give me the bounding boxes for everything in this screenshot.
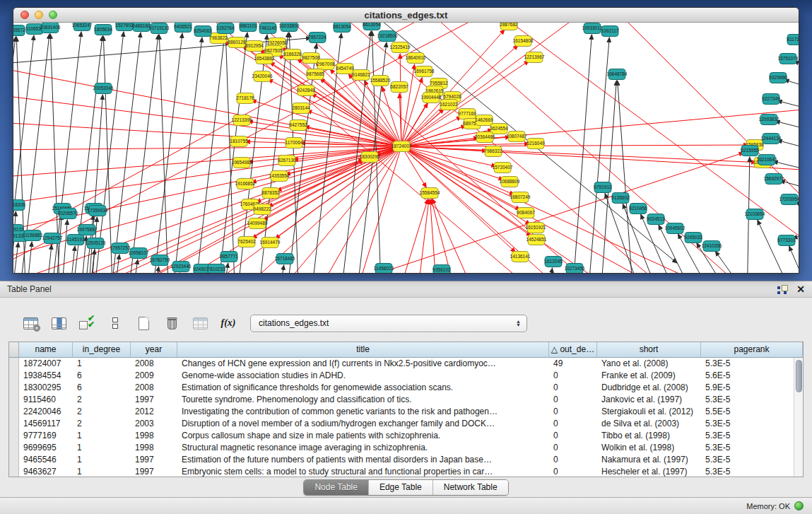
table-cell[interactable]: 2008 (131, 382, 177, 394)
table-cell[interactable]: Estimation of the future numbers of pati… (177, 454, 549, 466)
network-node[interactable]: 9146821 (352, 70, 370, 81)
network-node[interactable]: 9857771 (220, 252, 238, 262)
table-cell[interactable]: Structural magnetic resonance image aver… (177, 442, 549, 454)
network-node[interactable]: 18724007 (392, 141, 412, 152)
column-header[interactable]: short (597, 342, 701, 358)
table-row[interactable]: 977716911998Corpus callosum shape and si… (9, 430, 803, 442)
network-node[interactable]: 12410356 (702, 241, 722, 252)
network-node[interactable]: 6791913 (594, 182, 612, 193)
show-columns-icon[interactable] (49, 315, 68, 332)
column-header[interactable]: name (19, 342, 73, 358)
network-node[interactable]: 14099489 (247, 218, 268, 229)
network-node[interactable]: 10273456 (565, 264, 585, 274)
network-node[interactable]: 6773301 (777, 235, 796, 246)
network-node[interactable]: 8267130 (278, 156, 296, 166)
table-cell[interactable]: 9115460 (19, 394, 73, 406)
network-node[interactable]: 1462669 (475, 115, 493, 126)
network-node[interactable]: 1621022 (440, 100, 458, 110)
network-node[interactable]: 11156883 (23, 230, 42, 241)
network-node[interactable]: 11456023 (374, 264, 394, 274)
network-node[interactable]: 14524851 (526, 235, 547, 245)
network-node[interactable]: 9024513 (647, 214, 665, 225)
close-panel-icon[interactable]: ✕ (796, 284, 805, 294)
network-node[interactable]: 9245033 (684, 233, 702, 243)
network-node[interactable]: 16914479 (260, 238, 281, 248)
row-height-icon[interactable] (106, 315, 124, 332)
network-node[interactable]: 14353554 (269, 171, 290, 182)
network-node[interactable]: 8210456 (629, 204, 647, 214)
network-node[interactable]: 12325419 (390, 42, 411, 53)
table-cell[interactable]: 0 (549, 370, 597, 382)
table-cell[interactable]: 2 (73, 406, 131, 418)
table-cell[interactable]: 0 (549, 466, 597, 477)
table-cell[interactable]: 1998 (131, 442, 177, 454)
network-node[interactable]: 1918306 (13, 200, 25, 211)
network-node[interactable]: 6216049 (526, 139, 545, 149)
network-node[interactable]: 7963822 (209, 33, 228, 44)
network-node[interactable]: 9356102 (433, 265, 451, 274)
table-cell[interactable]: 0 (549, 394, 597, 406)
network-node[interactable]: 7625402 (237, 237, 256, 247)
network-node[interactable]: 15751074 (778, 54, 799, 64)
network-node[interactable]: 17203954 (779, 194, 799, 205)
network-node[interactable]: 9084067 (517, 208, 535, 218)
table-cell[interactable]: Jankovic et al. (1997) (597, 394, 701, 406)
table-cell[interactable]: Changes of HCN gene expression and I(f) … (177, 358, 549, 370)
table-cell[interactable]: 1997 (131, 454, 177, 466)
table-cell[interactable]: Dudbridge et al. (2008) (597, 382, 701, 394)
network-node[interactable]: 12093832 (759, 115, 779, 125)
network-node[interactable]: 16154808 (513, 36, 534, 47)
network-node[interactable]: 1145193 (67, 235, 85, 245)
table-cell[interactable]: 5.3E-5 (701, 358, 803, 370)
network-node[interactable]: 16210643 (757, 155, 777, 165)
new-table-icon[interactable] (134, 315, 153, 332)
table-cell[interactable]: 5.3E-5 (701, 394, 803, 406)
table-cell[interactable]: 5.3E-5 (701, 466, 803, 477)
network-node[interactable]: 9135602 (611, 193, 630, 204)
network-node[interactable]: 10945602 (665, 223, 686, 234)
network-node[interactable]: 9329966 (769, 73, 787, 83)
table-cell[interactable]: 0 (549, 406, 597, 418)
table-cell[interactable]: 5.5E-5 (701, 406, 803, 418)
table-cell[interactable]: 2012 (131, 406, 177, 418)
network-node[interactable]: 16033809 (279, 23, 300, 32)
network-node[interactable]: 16961758 (414, 66, 435, 77)
network-node[interactable]: 3624554 (490, 124, 508, 134)
table-row[interactable]: 1938455462009Genome-wide association stu… (9, 370, 803, 382)
network-node[interactable]: 1527602 (115, 23, 134, 31)
table-cell[interactable]: 1 (73, 454, 131, 466)
network-node[interactable]: 8813054 (333, 23, 351, 33)
network-node[interactable]: 7857224 (308, 33, 326, 43)
network-node[interactable]: 2967008 (317, 59, 335, 70)
table-cell[interactable]: 14569117 (19, 418, 73, 430)
table-cell[interactable]: Estimation of significance thresholds fo… (177, 382, 549, 394)
table-cell[interactable]: 6 (73, 370, 131, 382)
network-node[interactable]: 16543882 (254, 54, 275, 64)
table-cell[interactable]: Nakamura et al. (1997) (597, 454, 701, 466)
network-node[interactable]: 10807487 (507, 132, 527, 142)
network-node[interactable]: 10933013 (582, 23, 603, 34)
network-node[interactable]: 10688809 (500, 177, 520, 187)
network-node[interactable]: 2718176 (236, 93, 254, 104)
network-node[interactable]: 20691406 (40, 23, 61, 33)
table-cell[interactable]: 0 (549, 418, 597, 430)
table-cell[interactable]: Hescheler et al. (1997) (597, 466, 701, 477)
zoom-window-icon[interactable] (49, 11, 57, 19)
network-node[interactable]: 19166852 (235, 179, 256, 189)
network-node[interactable]: 9498222 (253, 204, 271, 215)
table-cell[interactable]: 19384554 (19, 370, 73, 382)
table-row[interactable]: 1456911722003Disruption of a novel membe… (9, 418, 803, 430)
minimize-window-icon[interactable] (35, 11, 43, 19)
table-row[interactable]: 969969511998Structural magnetic resonanc… (9, 442, 803, 454)
table-options-icon[interactable] (21, 315, 40, 332)
table-cell[interactable]: 5.3E-5 (701, 430, 803, 442)
table-row[interactable]: 1830029562008Estimation of significance … (9, 382, 803, 394)
network-node[interactable]: 12942757 (42, 233, 63, 244)
table-row[interactable]: 911546021997Tourette syndrome. Phenomeno… (9, 394, 803, 406)
network-window-titlebar[interactable]: citations_edges.txt (13, 8, 799, 23)
network-node[interactable]: 15718485 (275, 254, 295, 264)
table-cell[interactable]: 0 (549, 454, 597, 466)
network-node[interactable]: 17957253 (110, 243, 131, 254)
tab-edge-table[interactable]: Edge Table (369, 480, 433, 495)
table-cell[interactable]: 1998 (131, 430, 177, 442)
